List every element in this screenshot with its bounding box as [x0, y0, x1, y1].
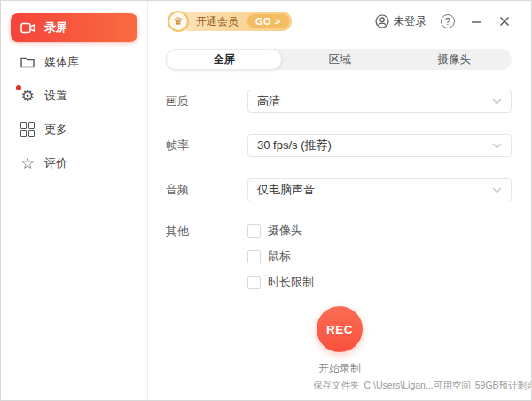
close-button[interactable]: [497, 14, 512, 28]
framerate-row: 帧率 30 fps/s (推荐): [166, 134, 512, 157]
quality-value: 高清: [257, 93, 280, 109]
framerate-select[interactable]: 30 fps/s (推荐): [247, 134, 512, 157]
checkbox-duration-limit[interactable]: 时长限制: [247, 274, 314, 290]
status-bar: 保存文件夹C:\Users\Ligan... 可用空间59GB 预计剩余10小时: [313, 380, 512, 392]
checkbox-box[interactable]: [247, 276, 261, 289]
other-options: 摄像头 鼠标 时长限制: [247, 223, 314, 290]
sidebar-item-settings[interactable]: ⚙ 设置: [11, 83, 137, 109]
free-space-value: 59GB: [475, 380, 499, 390]
main-panel: ♛ 开通会员 GO > 未登录 ? 全: [148, 1, 531, 400]
checkbox-box[interactable]: [247, 250, 261, 263]
audio-select[interactable]: 仅电脑声音: [247, 178, 512, 201]
sidebar-item-label: 录屏: [44, 20, 67, 35]
tab-fullscreen[interactable]: 全屏: [166, 49, 282, 70]
minimize-button[interactable]: [469, 14, 483, 28]
minimize-icon: [471, 16, 482, 28]
chevron-down-icon: [492, 143, 502, 149]
topbar-right: 未登录 ?: [375, 14, 512, 29]
settings-form: 画质 高清 帧率 30 fps/s (推荐) 音频 仅电脑声音: [148, 70, 531, 290]
topbar: ♛ 开通会员 GO > 未登录 ?: [148, 1, 531, 42]
help-icon[interactable]: ?: [441, 14, 455, 28]
other-label: 其他: [166, 223, 247, 240]
checkbox-webcam[interactable]: 摄像头: [247, 223, 314, 239]
checkbox-label: 摄像头: [268, 223, 302, 239]
remaining-time-status: 预计剩余10小时: [499, 380, 532, 392]
sidebar-item-media-library[interactable]: 媒体库: [11, 49, 137, 75]
user-icon: [375, 14, 389, 28]
free-space-status: 可用空间59GB: [434, 380, 499, 392]
other-options-row: 其他 摄像头 鼠标 时长限制: [166, 223, 512, 290]
grid-icon: [20, 122, 35, 138]
membership-go-button[interactable]: GO >: [247, 14, 289, 28]
login-button[interactable]: 未登录: [375, 14, 427, 29]
crown-icon: ♛: [168, 11, 189, 32]
audio-row: 音频 仅电脑声音: [166, 178, 512, 201]
free-space-label: 可用空间: [434, 380, 471, 390]
tab-webcam[interactable]: 摄像头: [397, 49, 512, 70]
audio-value: 仅电脑声音: [257, 182, 315, 198]
app-window: 录屏 媒体库 ⚙ 设置 更多 ☆ 评价: [0, 0, 532, 401]
rec-caption: 开始录制: [318, 361, 361, 376]
membership-banner[interactable]: ♛ 开通会员 GO >: [168, 11, 292, 32]
remaining-label: 预计剩余: [499, 380, 532, 390]
close-icon: [499, 16, 510, 27]
membership-label: 开通会员: [196, 14, 239, 29]
framerate-value: 30 fps/s (推荐): [257, 138, 332, 153]
quality-row: 画质 高清: [166, 90, 512, 113]
notification-dot: [16, 85, 21, 90]
capture-mode-tabs: 全屏 区域 摄像头: [166, 49, 512, 70]
rec-button[interactable]: REC: [317, 306, 363, 352]
chevron-down-icon: [492, 187, 502, 193]
sidebar-item-label: 媒体库: [44, 54, 79, 70]
membership-pill: 开通会员 GO >: [178, 12, 292, 31]
sidebar-item-label: 更多: [44, 122, 67, 138]
tab-region[interactable]: 区域: [282, 49, 396, 70]
checkbox-label: 时长限制: [268, 274, 314, 290]
sidebar-item-more[interactable]: 更多: [11, 116, 137, 143]
quality-label: 画质: [166, 93, 247, 109]
sidebar-item-label: 设置: [44, 88, 67, 104]
save-folder-label: 保存文件夹: [313, 380, 360, 390]
checkbox-label: 鼠标: [268, 248, 291, 264]
video-camera-icon: [20, 20, 35, 35]
framerate-label: 帧率: [166, 138, 247, 153]
save-folder-status: 保存文件夹C:\Users\Ligan...: [313, 380, 434, 392]
chevron-down-icon: [492, 98, 502, 105]
save-folder-value: C:\Users\Ligan...: [364, 380, 434, 390]
record-area: REC 开始录制: [148, 306, 531, 376]
quality-select[interactable]: 高清: [247, 90, 512, 113]
sidebar-item-record[interactable]: 录屏: [11, 13, 137, 42]
star-icon: ☆: [20, 155, 35, 171]
sidebar: 录屏 媒体库 ⚙ 设置 更多 ☆ 评价: [1, 1, 148, 400]
checkbox-mouse[interactable]: 鼠标: [247, 248, 314, 264]
sidebar-item-rate[interactable]: ☆ 评价: [11, 150, 137, 177]
audio-label: 音频: [166, 182, 247, 198]
folder-icon: [20, 54, 35, 70]
login-label: 未登录: [394, 14, 427, 29]
sidebar-item-label: 评价: [44, 155, 67, 171]
gear-icon: ⚙: [20, 88, 35, 104]
checkbox-box[interactable]: [247, 224, 261, 238]
